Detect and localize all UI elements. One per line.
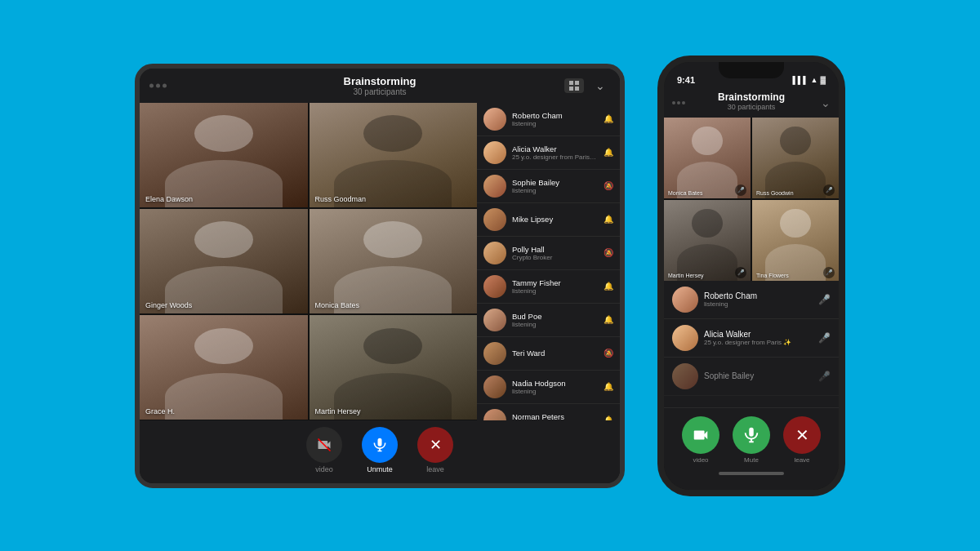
video-cell-martin: Martin Hersey	[310, 315, 478, 420]
list-item[interactable]: Polly Hall Crypto Broker 🔕	[477, 237, 620, 270]
mic-muted-icon: 🔕	[604, 349, 613, 358]
phone-list-item[interactable]: Roberto Cham listening 🎤	[664, 281, 839, 319]
grid-view-button[interactable]	[564, 78, 584, 93]
phone-mic-button[interactable]: Mute	[733, 416, 770, 464]
mic-btn-circle[interactable]	[362, 427, 398, 463]
leave-label: leave	[426, 465, 444, 473]
video-grid: Elena Dawson Russ Goodman	[140, 103, 477, 420]
video-name-martin: Martin Hersey	[315, 407, 361, 415]
participant-name: Norman Peters	[512, 412, 598, 420]
video-name-ginger: Ginger Woods	[145, 301, 192, 309]
tablet-subtitle: 30 participants	[344, 87, 416, 96]
mic-icon: 🔔	[604, 215, 613, 224]
phone-video-grid: Monica Bates 🎤 Russ Goodwin 🎤 Martin Her…	[664, 118, 839, 281]
list-item[interactable]: Teri Ward 🔕	[477, 337, 620, 371]
avatar	[483, 309, 506, 331]
mic-icon: 🔔	[604, 382, 613, 391]
phone-action-bar: video Mute ✕ leave	[664, 407, 839, 490]
avatar	[483, 208, 506, 231]
list-item[interactable]: Alicia Walker 25 y.o. designer from Pari…	[477, 136, 620, 170]
phone-leave-button[interactable]: ✕ leave	[783, 416, 821, 464]
participant-status: listening	[512, 321, 598, 328]
list-item[interactable]: Norman Peters listening 🔔	[477, 404, 620, 420]
phone-header: Brainstorming 30 participants ⌄	[664, 88, 839, 118]
action-buttons: video Unmute ✕ leave	[306, 427, 453, 473]
phone: 9:41 ▌▌▌ ▲ ▓ Brainstorming 30 participan…	[657, 56, 845, 496]
video-name-grace: Grace H.	[145, 407, 175, 415]
mic-muted-icon: 🔕	[604, 181, 613, 190]
leave-btn-circle[interactable]: ✕	[417, 427, 453, 463]
video-cell-monica: Monica Bates	[310, 209, 478, 313]
tablet-body: Elena Dawson Russ Goodman	[140, 103, 620, 420]
participant-name: Teri Ward	[512, 349, 598, 358]
phone-mic-btn-circle[interactable]	[733, 416, 770, 454]
wifi-icon: ▲	[811, 76, 818, 84]
tablet: Brainstorming 30 participants ⌄	[135, 64, 625, 488]
phone-action-buttons: video Mute ✕ leave	[682, 416, 821, 464]
list-item[interactable]: Nadia Hodgson listening 🔔	[477, 371, 620, 404]
svg-rect-3	[575, 87, 579, 91]
mic-icon: 🎤	[818, 332, 831, 344]
leave-button[interactable]: ✕ leave	[417, 427, 453, 473]
avatar	[483, 342, 506, 365]
svg-rect-1	[575, 81, 579, 85]
mic-button[interactable]: Unmute	[362, 427, 398, 473]
svg-rect-0	[569, 81, 573, 85]
participant-list: Roberto Cham listening 🔔 Alicia Walker 2…	[477, 103, 620, 420]
phone-video-button[interactable]: video	[682, 416, 719, 464]
phone-title-area: Brainstorming 30 participants	[718, 91, 785, 111]
phone-mic-badge: 🎤	[823, 267, 835, 278]
battery-icon: ▓	[820, 76, 826, 84]
svg-rect-2	[569, 87, 573, 91]
video-name-monica: Monica Bates	[315, 301, 360, 309]
avatar	[483, 409, 506, 420]
participant-status: 25 y.o. designer from Paris ✨	[704, 339, 813, 346]
participant-name: Bud Poe	[512, 312, 598, 321]
list-item[interactable]: Mike Lipsey 🔔	[477, 203, 620, 237]
list-item[interactable]: Sophie Bailey listening 🔕	[477, 170, 620, 203]
mic-muted-icon: 🔕	[604, 248, 613, 257]
phone-video-label: video	[693, 456, 708, 464]
chevron-down-button[interactable]: ⌄	[590, 78, 610, 93]
avatar	[483, 175, 506, 198]
phone-video-cell-martin: Martin Hersey 🎤	[664, 200, 751, 281]
phone-video-cell-tina: Tina Flowers 🎤	[752, 200, 839, 281]
phone-list-item[interactable]: Alicia Walker 25 y.o. designer from Pari…	[664, 319, 839, 358]
avatar	[483, 242, 506, 264]
phone-notch	[719, 62, 784, 78]
video-button[interactable]: video	[306, 427, 342, 473]
list-item[interactable]: Roberto Cham listening 🔔	[477, 103, 620, 136]
phone-title: Brainstorming	[718, 91, 785, 103]
avatar	[672, 287, 698, 313]
list-item[interactable]: Tammy Fisher listening 🔔	[477, 270, 620, 304]
phone-mic-badge: 🎤	[735, 267, 746, 278]
avatar	[483, 141, 506, 164]
tablet-controls: ⌄	[564, 78, 610, 93]
participant-name: Polly Hall	[512, 245, 598, 254]
participant-name: Nadia Hodgson	[512, 379, 598, 388]
devices-container: Brainstorming 30 participants ⌄	[135, 56, 845, 496]
avatar	[672, 363, 698, 389]
participant-name: Tammy Fisher	[512, 278, 598, 287]
chevron-down-icon[interactable]: ⌄	[821, 96, 831, 109]
list-item[interactable]: Bud Poe listening 🔔	[477, 304, 620, 337]
participant-status: listening	[512, 187, 598, 194]
participant-name: Roberto Cham	[512, 111, 598, 120]
participant-name: Sophie Bailey	[512, 178, 598, 187]
mic-icon: 🎤	[818, 371, 831, 382]
phone-leave-btn-circle[interactable]: ✕	[783, 416, 821, 454]
phone-time: 9:41	[677, 75, 695, 85]
mic-icon: 🎤	[818, 294, 831, 305]
tablet-menu-dots[interactable]	[149, 83, 167, 87]
phone-menu-dots[interactable]	[672, 101, 685, 104]
phone-subtitle: 30 participants	[718, 103, 785, 111]
phone-video-btn-circle[interactable]	[682, 416, 719, 454]
mic-icon: 🔔	[604, 114, 613, 123]
phone-list-item[interactable]: Sophie Bailey 🎤	[664, 358, 839, 396]
phone-mic-label: Mute	[744, 456, 759, 464]
participant-name: Alicia Walker	[512, 144, 598, 153]
avatar	[483, 375, 506, 398]
participant-name: Roberto Cham	[704, 291, 813, 300]
video-label: video	[315, 465, 333, 473]
video-btn-circle[interactable]	[306, 427, 342, 463]
